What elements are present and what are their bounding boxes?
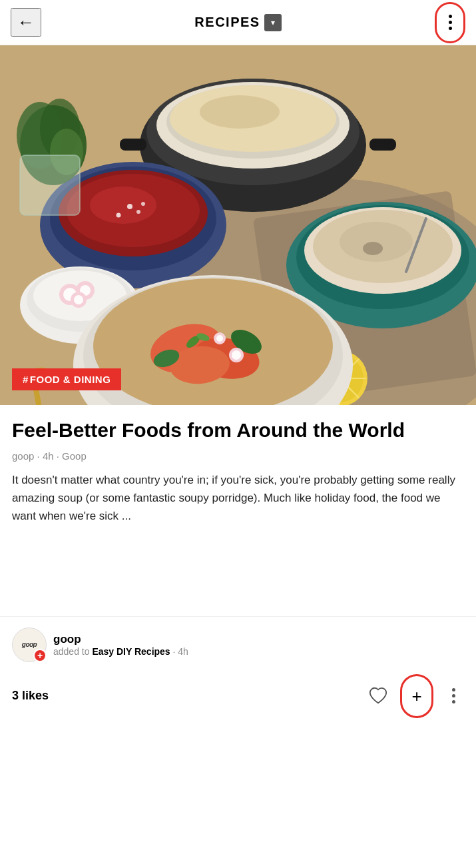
header-title: RECIPES [194,15,260,30]
article-content: Feel-Better Foods from Around the World … [0,405,476,536]
footer-card: goop + goop added to Easy DIY Recipes · … [0,616,476,726]
footer-card-info: goop added to Easy DIY Recipes · 4h [53,633,464,657]
added-to-link[interactable]: Easy DIY Recipes [92,646,170,657]
article-brand: Goop [62,450,87,462]
footer-source-name: goop [53,633,464,646]
footer-time: 4h [178,646,188,657]
footer-card-top: goop + goop added to Easy DIY Recipes · … [12,628,464,662]
source-plus-badge: + [33,649,47,662]
article-tag[interactable]: #FOOD & DINING [12,368,121,390]
svg-point-53 [216,335,223,342]
svg-point-19 [141,202,145,206]
svg-point-16 [127,204,132,209]
like-button[interactable] [365,683,391,709]
article-title: Feel-Better Foods from Around the World [12,418,464,442]
footer-added-text: added to Easy DIY Recipes · 4h [53,646,464,657]
svg-point-8 [200,95,280,129]
tag-label: FOOD & DINING [30,374,111,385]
svg-point-51 [232,350,241,360]
svg-point-26 [363,242,383,255]
svg-rect-10 [369,139,396,151]
action-buttons: + [365,674,464,718]
article-source: goop [12,450,34,462]
svg-rect-63 [20,155,80,215]
content-spacer [0,536,476,616]
source-logo-text: goop [22,641,37,648]
hero-image: #FOOD & DINING [0,45,476,405]
header-more-button[interactable] [435,2,465,43]
tag-hash: # [23,374,29,385]
svg-point-15 [90,187,156,224]
svg-point-24 [340,222,413,262]
source-avatar-wrap: goop + [12,628,47,662]
dropdown-icon[interactable]: ▾ [264,14,282,31]
article-meta: goop · 4h · Goop [12,450,464,462]
article-excerpt: It doesn't matter what country you're in… [12,471,464,526]
svg-rect-9 [120,139,146,151]
add-icon: + [411,687,421,705]
add-button[interactable]: + [400,674,433,718]
hero-image-bg [0,45,476,405]
more-dots-icon [452,688,455,703]
footer-actions: 3 likes + [12,671,464,718]
article-time: 4h [43,450,54,462]
hero-illustration [0,45,476,405]
back-button[interactable]: ← [11,8,41,37]
svg-point-18 [117,213,121,218]
svg-point-17 [136,210,140,214]
more-options-footer-button[interactable] [443,685,464,707]
likes-count: 3 likes [12,689,49,703]
heart-icon [368,686,388,706]
svg-point-41 [74,295,83,304]
app-header: ← RECIPES ▾ [0,0,476,45]
three-dots-icon [449,15,452,30]
header-title-wrap: RECIPES ▾ [194,14,281,31]
meta-separator-1: · [37,450,43,462]
meta-separator-2: · [57,450,62,462]
